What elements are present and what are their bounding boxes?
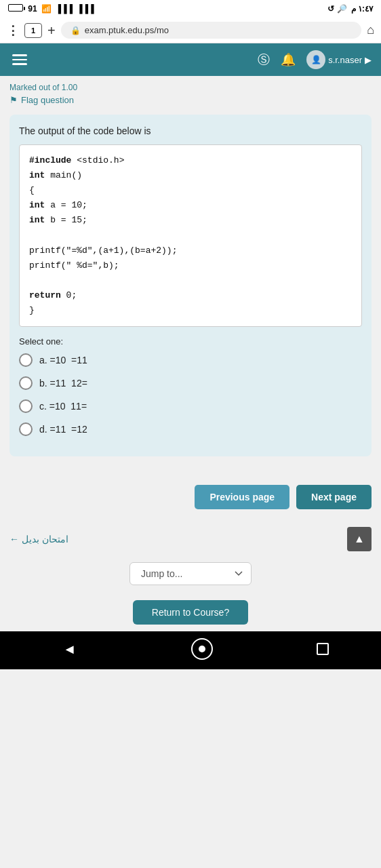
option-c[interactable]: c. =10 11= xyxy=(19,399,362,413)
signal-icon-2: ▐▐▐ xyxy=(77,4,94,14)
bottom-home-button[interactable] xyxy=(191,638,213,660)
return-button-area: Return to Course? xyxy=(0,596,381,631)
select-label: Select one: xyxy=(19,336,362,347)
code-line-5: int b = 15; xyxy=(29,213,352,228)
option-d-text: d. =11 =12 xyxy=(39,424,87,435)
hamburger-menu-button[interactable] xyxy=(9,52,30,68)
option-b[interactable]: b. =11 12= xyxy=(19,376,362,390)
bottom-nav-bar: ◄ xyxy=(0,631,381,669)
url-text: exam.ptuk.edu.ps/mo xyxy=(85,25,169,35)
flag-icon: ⚑ xyxy=(9,95,18,105)
lock-icon: 🔒 xyxy=(71,26,81,35)
previous-page-button[interactable]: Previous page xyxy=(195,485,289,509)
user-profile-button[interactable]: 👤 s.r.naser ▶ xyxy=(306,50,372,69)
code-line-10: return 0; xyxy=(29,288,352,303)
browser-menu-button[interactable]: ⋮ xyxy=(7,23,19,38)
next-page-button[interactable]: Next page xyxy=(296,485,372,509)
option-d[interactable]: d. =11 =12 xyxy=(19,422,362,436)
scroll-top-button[interactable]: ▲ xyxy=(347,527,372,551)
navigation-buttons: Previous page Next page xyxy=(0,474,381,520)
code-line-3: { xyxy=(29,183,352,198)
content-area: Marked out of 1.00 ⚑ Flag question The o… xyxy=(0,76,381,474)
jump-area: Jump to... xyxy=(0,558,381,596)
option-a[interactable]: a. =10 =11 xyxy=(19,353,362,367)
code-line-4: int a = 10; xyxy=(29,198,352,213)
code-line-6 xyxy=(29,228,352,243)
back-button[interactable]: ◄ xyxy=(52,639,87,660)
radio-d[interactable] xyxy=(19,422,33,436)
url-bar[interactable]: 🔒 exam.ptuk.edu.ps/mo xyxy=(61,22,361,39)
footer-area: امتحان بديل ← ▲ xyxy=(0,520,381,558)
time: ١:٤٧ م xyxy=(351,4,373,14)
new-tab-button[interactable]: + xyxy=(47,24,56,37)
return-to-course-button[interactable]: Return to Course? xyxy=(133,600,248,625)
tab-count-button[interactable]: 1 xyxy=(24,23,42,38)
code-line-2: int main() xyxy=(29,168,352,183)
circle-icon[interactable]: Ⓢ xyxy=(258,52,270,68)
code-line-8: printf(" %d=",b); xyxy=(29,258,352,273)
question-card: The output of the code below is #include… xyxy=(9,115,372,456)
option-c-text: c. =10 11= xyxy=(39,401,87,412)
signal-icon: ▐▐▐ xyxy=(56,4,73,14)
avatar: 👤 xyxy=(306,50,325,69)
status-left: 91 📶 ▐▐▐ ▐▐▐ xyxy=(8,4,94,14)
wifi-icon: 📶 xyxy=(41,4,52,14)
code-block: #include <stdio.h> int main() { int a = … xyxy=(19,144,362,327)
marked-out-label: Marked out of 1.00 xyxy=(9,83,372,92)
code-line-9 xyxy=(29,273,352,288)
alt-exam-link[interactable]: امتحان بديل ← xyxy=(9,534,68,545)
browser-bar: ⋮ 1 + 🔒 exam.ptuk.edu.ps/mo ⌂ xyxy=(0,18,381,43)
header-icons: Ⓢ 🔔 👤 s.r.naser ▶ xyxy=(258,50,372,69)
status-icons: ↺ 🔎 xyxy=(327,4,346,14)
username-label: s.r.naser xyxy=(328,55,362,65)
home-button[interactable]: ⌂ xyxy=(367,23,374,37)
recent-apps-button[interactable] xyxy=(317,643,329,655)
flag-question-button[interactable]: ⚑ Flag question xyxy=(9,95,372,105)
home-circle xyxy=(199,646,205,652)
flag-question-label: Flag question xyxy=(21,95,74,105)
code-line-7: printf("=%d",(a+1),(b=a+2)); xyxy=(29,243,352,258)
code-line-11: } xyxy=(29,303,352,318)
status-bar: 91 📶 ▐▐▐ ▐▐▐ ↺ 🔎 ١:٤٧ م xyxy=(0,0,381,18)
status-right: ↺ 🔎 ١:٤٧ م xyxy=(327,4,373,14)
radio-b[interactable] xyxy=(19,376,33,390)
radio-a[interactable] xyxy=(19,353,33,367)
battery-percent: 91 xyxy=(8,4,37,14)
code-line-1: #include <stdio.h> xyxy=(29,153,352,168)
chevron-right-icon: ▶ xyxy=(365,55,372,65)
jump-to-select[interactable]: Jump to... xyxy=(129,562,252,585)
option-a-text: a. =10 =11 xyxy=(39,355,87,366)
app-header: Ⓢ 🔔 👤 s.r.naser ▶ xyxy=(0,43,381,76)
question-text: The output of the code below is xyxy=(19,125,362,136)
radio-c[interactable] xyxy=(19,399,33,413)
option-b-text: b. =11 12= xyxy=(39,378,87,389)
notification-bell-icon[interactable]: 🔔 xyxy=(281,52,296,67)
